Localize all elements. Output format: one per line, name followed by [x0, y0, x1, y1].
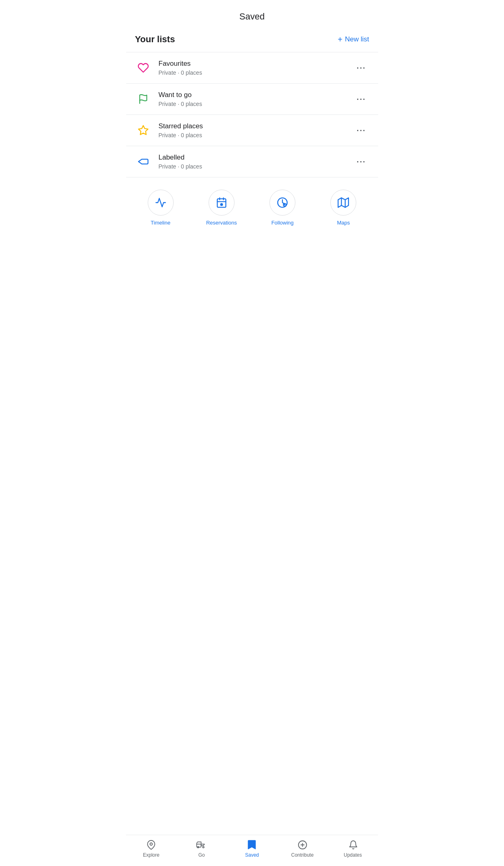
quick-item-timeline[interactable]: Timeline: [144, 190, 177, 226]
plus-icon: +: [338, 35, 342, 44]
list-name-favourites: Favourites: [159, 60, 353, 68]
svg-marker-1: [138, 125, 148, 134]
more-options-starred-places[interactable]: ···: [353, 124, 369, 137]
list-meta-starred-places: Private · 0 places: [159, 132, 353, 138]
lists-header: Your lists + New list: [126, 30, 378, 52]
list-name-want-to-go: Want to go: [159, 91, 353, 99]
quick-access-section: Timeline Reservations: [126, 177, 378, 234]
more-options-favourites[interactable]: ···: [353, 62, 369, 74]
list-meta-want-to-go: Private · 0 places: [159, 101, 353, 107]
following-circle: [269, 190, 295, 216]
quick-item-following[interactable]: Following: [266, 190, 299, 226]
list-item-starred-places[interactable]: Starred places Private · 0 places ···: [126, 114, 378, 146]
page-title: Saved: [126, 0, 378, 30]
quick-item-reservations[interactable]: Reservations: [205, 190, 238, 226]
list-name-starred-places: Starred places: [159, 122, 353, 130]
star-icon: [135, 122, 151, 138]
list-name-labelled: Labelled: [159, 153, 353, 162]
main-content: Saved Your lists + New list Favourites P…: [126, 0, 378, 270]
new-list-label: New list: [345, 35, 369, 43]
timeline-circle: [148, 190, 174, 216]
flag-icon: [135, 91, 151, 107]
heart-icon: [135, 60, 151, 76]
svg-marker-9: [338, 198, 349, 207]
list-item-labelled[interactable]: Labelled Private · 0 places ···: [126, 146, 378, 177]
list-info-labelled: Labelled Private · 0 places: [159, 153, 353, 170]
more-options-labelled[interactable]: ···: [353, 155, 369, 168]
svg-point-6: [221, 203, 223, 205]
reservations-label: Reservations: [206, 220, 237, 226]
more-options-want-to-go[interactable]: ···: [353, 93, 369, 106]
quick-item-maps[interactable]: Maps: [327, 190, 360, 226]
new-list-button[interactable]: + New list: [338, 35, 369, 44]
timeline-label: Timeline: [151, 220, 170, 226]
lists-section-heading: Your lists: [135, 34, 175, 45]
reservations-circle: [209, 190, 235, 216]
maps-label: Maps: [337, 220, 350, 226]
list-info-favourites: Favourites Private · 0 places: [159, 60, 353, 76]
list-info-want-to-go: Want to go Private · 0 places: [159, 91, 353, 107]
lists-container: Favourites Private · 0 places ··· Want t…: [126, 52, 378, 177]
list-meta-favourites: Private · 0 places: [159, 69, 353, 76]
label-icon: [135, 153, 151, 170]
list-meta-labelled: Private · 0 places: [159, 163, 353, 170]
svg-rect-2: [217, 199, 226, 207]
list-item-want-to-go[interactable]: Want to go Private · 0 places ···: [126, 83, 378, 114]
list-info-starred-places: Starred places Private · 0 places: [159, 122, 353, 138]
maps-circle: [330, 190, 356, 216]
following-label: Following: [271, 220, 294, 226]
list-item-favourites[interactable]: Favourites Private · 0 places ···: [126, 52, 378, 83]
